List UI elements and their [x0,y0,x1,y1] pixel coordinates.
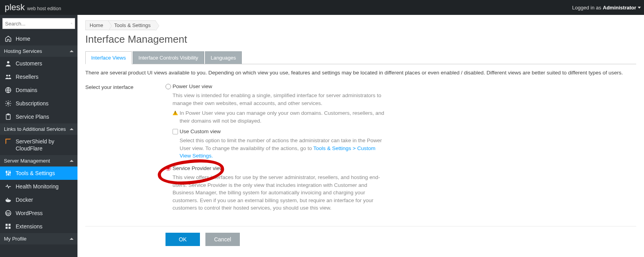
sidebar-group-links[interactable]: Links to Additional Services [0,123,77,135]
sidebar-item-wordpress[interactable]: WordPress [0,206,77,220]
chevron-up-icon [70,50,74,52]
warning-text: In Power User view you can manage only y… [180,109,385,125]
sidebar-item-label: Service Plans [16,114,49,120]
svg-point-3 [6,75,8,77]
svg-rect-17 [5,224,7,226]
breadcrumb-tools-settings[interactable]: Tools & Settings [108,20,156,30]
cancel-button[interactable]: Cancel [205,233,240,246]
search-icon [71,20,72,27]
sidebar-item-customers[interactable]: Customers [0,57,77,70]
login-status[interactable]: Logged in as Administrator [572,5,641,11]
home-icon [5,35,12,42]
tab-interface-views[interactable]: Interface Views [85,51,132,64]
option-description: This view is intended for enabling a sin… [173,92,385,107]
sidebar-group-hosting[interactable]: Hosting Services [0,45,77,57]
option-label: Power User view [173,83,212,89]
svg-rect-15 [7,198,8,199]
svg-point-2 [7,61,9,63]
select-interface-label: Select your interface [85,83,165,90]
sidebar-item-label: Home [16,36,30,42]
svg-point-10 [8,174,9,175]
tabs: Interface Views Interface Controls Visib… [85,51,636,64]
warning-icon [173,110,178,115]
checkbox-label: Use Custom view [180,128,221,134]
option-service-provider: Service Provider view This view offers i… [165,165,385,212]
separator [85,226,636,226]
sidebar-item-label: Subscriptions [16,100,49,107]
sidebar-item-home[interactable]: Home [0,32,77,45]
sidebar-item-health[interactable]: Health Monitoring [0,180,77,193]
sidebar-item-label: Health Monitoring [16,183,59,190]
cloudflare-icon [5,138,12,145]
heartbeat-icon [5,183,12,190]
svg-rect-18 [9,224,11,226]
svg-point-9 [6,172,7,173]
users-icon [5,73,12,80]
svg-rect-20 [9,227,11,229]
ok-button[interactable]: OK [165,233,200,246]
sidebar-item-label: Customers [16,60,42,67]
sidebar-group-profile[interactable]: My Profile [0,233,77,244]
brand-edition: web host edition [27,6,61,11]
gear-icon [5,100,12,107]
sidebar-item-label: WordPress [16,210,43,216]
top-bar: plesk web host edition Logged in as Admi… [0,0,644,15]
sidebar-item-label: Resellers [16,74,38,80]
sidebar-item-docker[interactable]: Docker [0,193,77,206]
svg-point-4 [9,75,11,77]
option-label: Service Provider view [173,165,223,171]
chevron-up-icon [70,238,74,240]
sidebar-item-label: ServerShield by CloudFlare [16,138,73,152]
page-title: Interface Management [85,33,636,45]
svg-point-0 [71,23,72,24]
sliders-icon [5,170,12,177]
sidebar-item-label: Tools & Settings [16,170,55,176]
brand-name: plesk [5,2,25,13]
sidebar-group-server[interactable]: Server Management [0,155,77,167]
sidebar-item-service-plans[interactable]: Service Plans [0,110,77,123]
svg-point-11 [9,172,11,173]
docker-icon [5,196,12,203]
sidebar-item-resellers[interactable]: Resellers [0,70,77,83]
puzzle-icon [5,223,12,230]
logged-in-label: Logged in as [572,5,601,11]
main-content: Home Tools & Settings Interface Manageme… [77,15,644,257]
user-icon [5,60,12,67]
option-description: This view offers interfaces for use by t… [173,174,385,212]
svg-rect-19 [5,227,7,229]
sidebar-item-label: Extensions [16,223,42,230]
radio-service-provider[interactable] [165,165,171,171]
sidebar-item-domains[interactable]: Domains [0,83,77,97]
sidebar-item-extensions[interactable]: Extensions [0,220,77,233]
radio-power-user[interactable] [165,84,171,89]
sidebar-item-subscriptions[interactable]: Subscriptions [0,97,77,110]
checkbox-custom-view[interactable] [173,129,178,134]
globe-icon [5,87,12,94]
breadcrumb: Home Tools & Settings [85,20,636,30]
search-input[interactable] [5,21,71,27]
chevron-down-icon [638,7,641,9]
breadcrumb-home[interactable]: Home [85,20,108,30]
sidebar-item-tools-settings[interactable]: Tools & Settings [0,167,77,180]
clipboard-icon [5,113,12,120]
custom-view-description: Select this option to limit the number o… [180,137,385,160]
option-power-user: Power User view This view is intended fo… [165,83,385,160]
tab-languages[interactable]: Languages [205,51,242,64]
chevron-up-icon [70,128,74,130]
tab-controls-visibility[interactable]: Interface Controls Visibility [133,51,204,64]
sidebar-item-label: Docker [16,197,33,203]
sidebar: Home Hosting Services Customers Reseller… [0,15,77,257]
search-box[interactable] [2,18,75,29]
logged-in-user: Administrator [603,5,636,11]
svg-line-1 [72,24,72,24]
intro-text: There are several product UI views avail… [85,70,636,76]
wordpress-icon [5,210,12,217]
sidebar-item-label: Domains [16,87,37,93]
brand[interactable]: plesk web host edition [5,2,61,13]
sidebar-item-servershield[interactable]: ServerShield by CloudFlare [0,135,77,155]
chevron-up-icon [70,160,74,162]
svg-point-6 [7,103,9,105]
